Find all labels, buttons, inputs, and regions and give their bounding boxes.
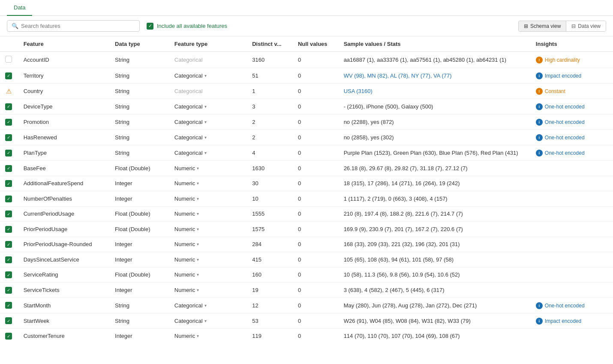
cell-checkbox[interactable]: ✓ [0, 130, 18, 145]
feature-type-select[interactable]: Numeric ▾ [174, 226, 199, 232]
distinct-value: 1 [252, 88, 255, 94]
cell-checkbox[interactable]: ✓ [0, 237, 18, 252]
cell-checkbox[interactable]: ✓ [0, 328, 18, 342]
cell-checkbox[interactable]: ✓ [0, 99, 18, 114]
row-checkbox-checked[interactable]: ✓ [5, 103, 12, 110]
cell-featuretype[interactable]: Numeric ▾ [169, 206, 247, 222]
row-checkbox-checked[interactable]: ✓ [5, 287, 12, 294]
feature-type-select[interactable]: Numeric ▾ [174, 241, 199, 247]
tab-data[interactable]: Data [7, 0, 32, 16]
feature-type-select[interactable]: Categorical ▾ [174, 103, 207, 110]
cell-featuretype[interactable]: Numeric ▾ [169, 161, 247, 176]
feature-type-select[interactable]: Categorical ▾ [174, 318, 207, 324]
cell-featuretype[interactable]: Numeric ▾ [169, 328, 247, 342]
cell-null: 0 [293, 84, 339, 99]
cell-checkbox[interactable] [0, 52, 18, 68]
datatype-value: Float (Double) [115, 271, 150, 278]
feature-type-select[interactable]: Numeric ▾ [174, 180, 199, 187]
feature-type-select[interactable]: Categorical ▾ [174, 72, 207, 79]
distinct-value: 10 [252, 196, 258, 202]
feature-type-select[interactable]: Numeric ▾ [174, 196, 199, 202]
cell-distinct: 2 [247, 130, 293, 145]
row-checkbox-checked[interactable]: ✓ [5, 150, 12, 156]
cell-checkbox[interactable]: ✓ [0, 161, 18, 176]
feature-name: AccountID [24, 57, 49, 63]
table-row: ✓ Territory String Categorical ▾ 51 0 WV… [0, 68, 613, 84]
cell-checkbox[interactable]: ✓ [0, 176, 18, 191]
cell-featuretype[interactable]: Numeric ▾ [169, 283, 247, 298]
sample-values: 168 (33), 209 (33), 221 (32), 196 (32), … [344, 241, 460, 247]
insight-label: Impact encoded [545, 318, 581, 324]
info-icon: i [536, 72, 543, 79]
cell-featuretype[interactable]: Numeric ▾ [169, 267, 247, 283]
cell-checkbox[interactable]: ✓ [0, 283, 18, 298]
row-checkbox-checked[interactable]: ✓ [5, 119, 12, 126]
cell-featuretype[interactable]: Numeric ▾ [169, 176, 247, 191]
cell-checkbox[interactable]: ✓ [0, 313, 18, 328]
row-checkbox-checked[interactable]: ✓ [5, 256, 12, 263]
feature-type-select[interactable]: Numeric ▾ [174, 333, 199, 339]
cell-checkbox[interactable]: ✓ [0, 298, 18, 313]
cell-checkbox[interactable]: ✓ [0, 68, 18, 84]
cell-datatype: Float (Double) [110, 206, 169, 222]
cell-featuretype[interactable]: Categorical ▾ [169, 114, 247, 130]
cell-featuretype[interactable]: Categorical ▾ [169, 145, 247, 161]
insight-label: One-hot encoded [545, 119, 585, 125]
feature-type-select[interactable]: Categorical ▾ [174, 150, 207, 156]
row-checkbox-checked[interactable]: ✓ [5, 134, 12, 141]
row-checkbox-checked[interactable]: ✓ [5, 165, 12, 172]
cell-featuretype[interactable]: Categorical ▾ [169, 130, 247, 145]
cell-featuretype[interactable]: Categorical ▾ [169, 68, 247, 84]
cell-featuretype[interactable]: Categorical ▾ [169, 313, 247, 328]
row-checkbox-checked[interactable]: ✓ [5, 196, 12, 202]
cell-featuretype[interactable]: Numeric ▾ [169, 222, 247, 237]
feature-type-chevron-icon: ▾ [204, 319, 207, 323]
search-input[interactable] [21, 23, 135, 29]
feature-type-select[interactable]: Categorical ▾ [174, 134, 207, 141]
feature-type-chevron-icon: ▾ [197, 334, 199, 338]
row-checkbox-checked[interactable]: ✓ [5, 226, 12, 233]
schema-view-button[interactable]: ⊞ Schema view [519, 21, 566, 31]
cell-checkbox[interactable]: ✓ [0, 267, 18, 283]
cell-featuretype[interactable]: Categorical [169, 84, 247, 99]
feature-type-select[interactable]: Numeric ▾ [174, 256, 199, 263]
cell-checkbox[interactable]: ✓ [0, 145, 18, 161]
data-view-button[interactable]: ⊟ Data view [566, 21, 606, 31]
row-checkbox-unchecked[interactable] [5, 56, 12, 63]
cell-featuretype[interactable]: Numeric ▾ [169, 191, 247, 207]
row-checkbox-checked[interactable]: ✓ [5, 180, 12, 187]
feature-type-select[interactable]: Numeric ▾ [174, 165, 199, 171]
datatype-value: String [115, 318, 129, 324]
row-checkbox-checked[interactable]: ✓ [5, 317, 12, 324]
cell-featuretype[interactable]: Categorical ▾ [169, 99, 247, 114]
cell-null: 0 [293, 252, 339, 268]
cell-featuretype[interactable]: Categorical ▾ [169, 298, 247, 313]
feature-type-select[interactable]: Categorical ▾ [174, 119, 207, 125]
search-box[interactable]: 🔍 [7, 20, 140, 32]
feature-type-select[interactable]: Categorical ▾ [174, 302, 207, 309]
null-value: 0 [298, 226, 301, 232]
feature-type-select[interactable]: Numeric ▾ [174, 271, 199, 278]
distinct-value: 19 [252, 287, 258, 293]
feature-type-value: Numeric [174, 196, 195, 202]
cell-checkbox[interactable]: ⚠ [0, 84, 18, 99]
row-checkbox-checked[interactable]: ✓ [5, 72, 12, 79]
cell-featuretype[interactable]: Categorical [169, 52, 247, 68]
cell-checkbox[interactable]: ✓ [0, 206, 18, 222]
row-checkbox-checked[interactable]: ✓ [5, 241, 12, 248]
cell-checkbox[interactable]: ✓ [0, 222, 18, 237]
row-checkbox-checked[interactable]: ✓ [5, 271, 12, 278]
feature-type-select[interactable]: Numeric ▾ [174, 287, 199, 293]
cell-checkbox[interactable]: ✓ [0, 252, 18, 268]
cell-checkbox[interactable]: ✓ [0, 191, 18, 207]
cell-checkbox[interactable]: ✓ [0, 114, 18, 130]
cell-featuretype[interactable]: Numeric ▾ [169, 252, 247, 268]
feature-type-value: Numeric [174, 256, 195, 263]
row-checkbox-checked[interactable]: ✓ [5, 211, 12, 217]
feature-type-select[interactable]: Numeric ▾ [174, 211, 199, 217]
include-all-features[interactable]: ✓ Include all available features [147, 23, 227, 30]
row-checkbox-warning[interactable]: ⚠ [5, 88, 12, 95]
row-checkbox-checked[interactable]: ✓ [5, 302, 12, 309]
cell-featuretype[interactable]: Numeric ▾ [169, 237, 247, 252]
row-checkbox-checked[interactable]: ✓ [5, 333, 12, 340]
